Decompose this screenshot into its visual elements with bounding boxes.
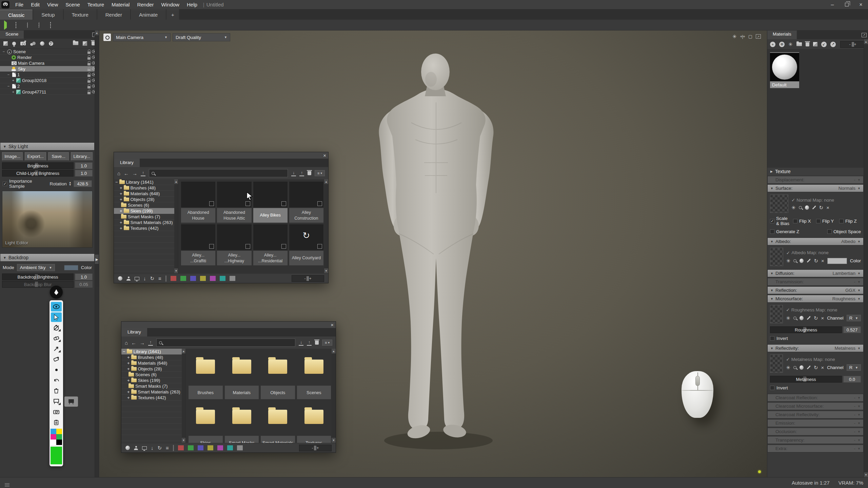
- backdrop-slider-0-slider[interactable]: Backdrop Brightness: [2, 273, 74, 280]
- sky-slider-1-value[interactable]: 1.0: [75, 170, 93, 177]
- annotation-timer-button[interactable]: [51, 323, 62, 332]
- metalness-slider[interactable]: Metalness: [770, 376, 842, 383]
- add-camera-icon[interactable]: [20, 42, 26, 45]
- library-folder-tile[interactable]: Objects: [261, 351, 295, 399]
- annotation-highlighter-button[interactable]: [51, 354, 62, 364]
- list-view-icon[interactable]: ≡: [166, 445, 169, 450]
- library-thumbnail[interactable]: Abandoned House: [181, 182, 215, 223]
- restore-button[interactable]: [840, 0, 854, 9]
- section-header-emission[interactable]: ▼Emission:-▼: [767, 419, 864, 427]
- section-mode-select[interactable]: GGX▼: [845, 288, 861, 293]
- thumbnail-checkbox[interactable]: [281, 244, 286, 249]
- swatch-size-slider[interactable]: - / +: [840, 41, 865, 48]
- library-tree-row[interactable]: Scenes (6): [114, 202, 174, 208]
- section-header-diffusion[interactable]: ▼Diffusion:Lambertian▼: [767, 269, 864, 277]
- map-thumbnail[interactable]: [770, 354, 783, 373]
- scene-tree-row[interactable]: Sky: [0, 66, 99, 72]
- lock-icon[interactable]: [87, 86, 91, 88]
- menu-item-texture[interactable]: Texture: [84, 0, 108, 9]
- sky-slider-0-slider[interactable]: Brightness: [2, 162, 74, 169]
- library-tree-row[interactable]: Scenes (6): [121, 372, 182, 378]
- sphere-preview-icon[interactable]: [800, 259, 804, 263]
- library-folder-tile[interactable]: Scenes: [297, 351, 331, 399]
- annotation-eraser-button[interactable]: [51, 333, 62, 343]
- workspace-tab-classic[interactable]: Classic: [0, 9, 33, 20]
- light-editor-preview[interactable]: Light Editor: [2, 191, 93, 248]
- tag-color-swatch[interactable]: [190, 276, 196, 281]
- refresh-icon[interactable]: ↻: [819, 205, 824, 210]
- menu-item-help[interactable]: Help: [183, 0, 201, 9]
- library-tree-row[interactable]: +Objects (28): [121, 366, 182, 372]
- annotation-pen-button[interactable]: [50, 286, 63, 299]
- workspace-tab-texture[interactable]: Texture: [64, 9, 97, 20]
- backdrop-header[interactable]: ▼ Backdrop: [0, 253, 95, 262]
- magnifier-icon[interactable]: [793, 259, 796, 262]
- color-black-swatch[interactable]: [56, 440, 62, 445]
- forward-arrow-icon[interactable]: →: [132, 171, 137, 176]
- tree-expander-icon[interactable]: +: [127, 361, 130, 366]
- add-geometry-icon[interactable]: [3, 41, 8, 46]
- back-arrow-icon[interactable]: ←: [124, 171, 129, 176]
- lock-icon[interactable]: [87, 69, 91, 71]
- section-mode-select[interactable]: -▼: [854, 421, 861, 426]
- section-header-albedo[interactable]: ▼Albedo:Albedo▼: [767, 238, 864, 245]
- library-folder-tile[interactable]: Smart Materials: [261, 401, 295, 449]
- trash-icon[interactable]: [308, 171, 311, 175]
- materials-scrollbar[interactable]: ▲ ▼: [864, 39, 868, 477]
- magnifier-icon[interactable]: [793, 366, 796, 369]
- tab-materials[interactable]: Materials: [767, 30, 797, 39]
- refresh-icon[interactable]: ↻: [814, 258, 818, 263]
- tree-expander-icon[interactable]: +: [127, 355, 130, 360]
- tree-expander-icon[interactable]: +: [127, 389, 130, 394]
- backdrop-mode-select[interactable]: Ambient Sky ▼: [17, 264, 55, 271]
- tag-color-swatch[interactable]: [188, 445, 194, 450]
- color-blue-swatch[interactable]: [51, 429, 56, 434]
- library-tree-row[interactable]: +Skies (199): [121, 378, 182, 383]
- clear-icon[interactable]: ×: [821, 258, 824, 263]
- library-folder-tile[interactable]: Materials: [225, 351, 259, 399]
- tree-expander-icon[interactable]: +: [120, 226, 122, 231]
- tree-expander-icon[interactable]: +: [120, 185, 122, 190]
- settings-flower-icon[interactable]: ✳: [788, 42, 793, 47]
- tab-scene[interactable]: Scene: [0, 30, 24, 39]
- gear-icon[interactable]: ✳: [786, 258, 791, 263]
- section-header-microsurface[interactable]: ▼Microsurface:Roughness▼: [767, 295, 864, 303]
- gear-icon[interactable]: ✳: [732, 34, 737, 39]
- backdrop-slider-1-value[interactable]: 0.05: [75, 281, 93, 288]
- generate-z-checkbox[interactable]: [770, 229, 774, 234]
- library-thumbnail[interactable]: Alley... ...Graffiti: [181, 224, 215, 265]
- section-mode-select[interactable]: Albedo▼: [841, 239, 861, 244]
- download-icon[interactable]: ↓: [291, 171, 296, 176]
- gear-icon[interactable]: ✳: [786, 365, 790, 370]
- tag-color-swatch[interactable]: [180, 276, 186, 281]
- tab-library[interactable]: Library: [114, 159, 140, 167]
- workspace-tab-[interactable]: +: [166, 9, 179, 20]
- thumbnail-checkbox[interactable]: [281, 201, 286, 206]
- library-tree-row[interactable]: +Smart Materials (263): [121, 389, 182, 395]
- sky-light-button-save[interactable]: Save...: [48, 152, 69, 161]
- section-mode-select[interactable]: Normals▼: [839, 186, 861, 191]
- magnifier-icon[interactable]: [793, 317, 796, 320]
- section-header-reflectivity[interactable]: ▼Reflectivity:Metalness▼: [767, 344, 864, 352]
- split-view-icon[interactable]: +|+: [740, 35, 745, 39]
- monitor-icon[interactable]: [142, 446, 147, 450]
- section-mode-select[interactable]: -▼: [854, 429, 861, 434]
- annotation-undo-button[interactable]: [51, 375, 62, 385]
- library-thumbnail[interactable]: ↻Alley Courtyard: [289, 224, 323, 265]
- forward-arrow-icon[interactable]: →: [140, 340, 145, 345]
- thumbnail-checkbox[interactable]: [209, 244, 214, 249]
- section-header-displacement[interactable]: ▼Displacement:-▼: [767, 176, 864, 184]
- upload-icon[interactable]: ↑: [299, 171, 304, 176]
- refresh-icon[interactable]: ↻: [814, 365, 818, 370]
- whiteboard-flyout[interactable]: [64, 396, 78, 407]
- sphere-preview-icon[interactable]: [805, 205, 809, 210]
- thumbnail-size-slider[interactable]: - / +: [299, 445, 332, 451]
- flip-z-checkbox[interactable]: [839, 219, 844, 223]
- sky-slider-1-slider[interactable]: Child-Light Brightness: [2, 170, 74, 177]
- map-thumbnail[interactable]: [770, 248, 783, 266]
- scene-tree-row[interactable]: −2: [0, 83, 99, 89]
- preview-sphere-icon[interactable]: [118, 276, 122, 281]
- library-tree-row[interactable]: −Library (1641): [114, 179, 174, 185]
- export-icon[interactable]: ↗: [830, 42, 836, 47]
- color-green-swatch[interactable]: [56, 434, 62, 440]
